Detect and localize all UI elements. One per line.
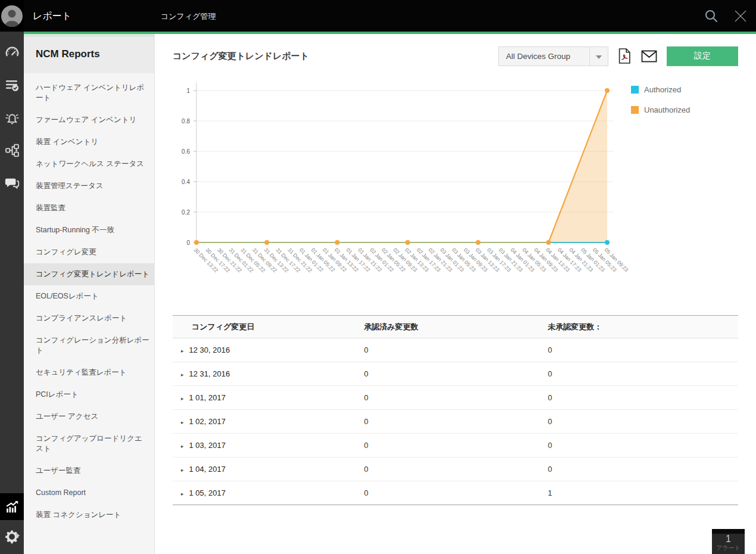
settings-button[interactable]: 設定 — [667, 46, 738, 66]
approved-count: 0 — [360, 457, 543, 481]
topology-icon[interactable] — [0, 134, 24, 167]
sidebar-item[interactable]: PCIレポート — [24, 384, 154, 406]
config-change-date: 12 31, 2016 — [189, 369, 230, 378]
email-icon[interactable] — [641, 50, 657, 63]
sidebar-item[interactable]: EOL/EOSレポート — [24, 285, 154, 307]
search-icon[interactable] — [704, 8, 719, 24]
unapproved-count: 0 — [543, 457, 738, 481]
table-row[interactable]: ▸1 03, 201700 — [173, 434, 738, 457]
row-expand-icon[interactable]: ▸ — [181, 396, 184, 402]
alert-label: アラート — [712, 544, 745, 552]
legend-item[interactable]: Unauthorized — [631, 105, 690, 114]
config-change-date: 1 05, 2017 — [189, 488, 226, 497]
sidebar: NCM Reports ハードウェア インベントリレポートファームウェア インベ… — [24, 34, 155, 554]
table-row[interactable]: ▸1 05, 201701 — [173, 481, 738, 505]
sidebar-item[interactable]: コンフィグアップロードリクエスト — [24, 428, 154, 460]
svg-text:0.8: 0.8 — [182, 118, 190, 125]
svg-text:0: 0 — [186, 239, 190, 246]
col-approved-changes: 承認済み変更数 — [360, 316, 543, 338]
table-row[interactable]: ▸1 01, 201700 — [173, 386, 738, 410]
approved-count: 0 — [360, 386, 543, 410]
icon-rail — [0, 0, 24, 554]
close-icon[interactable] — [733, 8, 748, 24]
svg-text:1: 1 — [186, 88, 190, 94]
approved-count: 0 — [360, 338, 543, 362]
config-change-date: 1 03, 2017 — [189, 441, 226, 450]
legend-label: Authorized — [644, 85, 681, 94]
sidebar-item[interactable]: Custom Report — [24, 482, 154, 504]
table-row[interactable]: ▸1 04, 201700 — [173, 457, 738, 481]
inventory-list-icon[interactable] — [0, 69, 24, 101]
table-row[interactable]: ▸1 02, 201700 — [173, 410, 738, 434]
unapproved-count: 0 — [543, 338, 738, 362]
legend-label: Unauthorized — [644, 105, 690, 114]
table-row[interactable]: ▸12 31, 201600 — [173, 362, 738, 386]
config-change-date: 1 02, 2017 — [189, 417, 226, 426]
unapproved-count: 0 — [543, 410, 738, 434]
sidebar-title: NCM Reports — [24, 34, 154, 73]
sidebar-item[interactable]: コンフィグレ変更 — [24, 241, 154, 263]
chevron-down-icon — [596, 55, 602, 59]
row-expand-icon[interactable]: ▸ — [181, 372, 184, 378]
sidebar-item[interactable]: ユーザー アクセス — [24, 406, 154, 428]
sidebar-item[interactable]: コンプライアンスレポート — [24, 307, 154, 329]
alarm-bell-icon[interactable] — [0, 101, 24, 134]
alert-badge-handle — [712, 529, 745, 534]
device-group-select[interactable]: All Devices Group — [498, 46, 608, 66]
legend-item[interactable]: Authorized — [631, 85, 690, 94]
select-divider — [589, 47, 590, 66]
approved-count: 0 — [360, 434, 543, 457]
col-config-change-date: コンフィグ変更日 — [173, 316, 360, 338]
sidebar-item[interactable]: セキュリティ監査レポート — [24, 362, 154, 384]
row-expand-icon[interactable]: ▸ — [181, 443, 184, 449]
approved-count: 0 — [360, 410, 543, 434]
sidebar-item[interactable]: Startup-Running 不一致 — [24, 219, 154, 241]
row-expand-icon[interactable]: ▸ — [181, 348, 184, 354]
legend-swatch-icon — [631, 86, 639, 94]
reports-chart-icon[interactable] — [0, 493, 24, 520]
settings-gear-icon[interactable] — [0, 520, 24, 553]
legend-swatch-icon — [631, 106, 639, 114]
approved-count: 0 — [360, 362, 543, 386]
trend-chart-section: 00.20.40.60.8130 Dec 13:2230 Dec 17:2230… — [173, 70, 738, 303]
svg-text:0.4: 0.4 — [182, 179, 190, 185]
sidebar-item[interactable]: コンフィグレーション分析レポート — [24, 329, 154, 362]
config-change-date: 1 04, 2017 — [189, 465, 226, 474]
table-header-row: コンフィグ変更日 承認済み変更数 未承認変更数： — [173, 316, 738, 338]
chat-icon[interactable] — [0, 167, 24, 200]
page-title: コンフィグ変更トレンドレポート — [173, 51, 309, 62]
sidebar-top-accent — [24, 34, 155, 37]
sidebar-item[interactable]: コンフィグ変更トレンドレポート — [24, 263, 154, 285]
alert-badge[interactable]: 1 アラート — [712, 529, 745, 554]
sidebar-item[interactable]: 装置 インベントリ — [24, 131, 154, 153]
user-avatar[interactable] — [0, 0, 24, 32]
topbar: レポート コンフィグ管理 — [0, 0, 756, 33]
device-group-value: All Devices Group — [506, 52, 570, 61]
sidebar-item[interactable]: ネットワークヘルス ステータス — [24, 153, 154, 175]
row-expand-icon[interactable]: ▸ — [181, 467, 184, 473]
trend-table: コンフィグ変更日 承認済み変更数 未承認変更数： ▸12 30, 201600▸… — [173, 315, 738, 505]
sidebar-item[interactable]: 装置管理ステータス — [24, 175, 154, 197]
sidebar-nav: ハードウェア インベントリレポートファームウェア インベントリ装置 インベントリ… — [24, 73, 154, 526]
trend-chart: 00.20.40.60.8130 Dec 13:2230 Dec 17:2230… — [173, 70, 637, 287]
dashboard-icon[interactable] — [0, 36, 24, 69]
unapproved-count: 0 — [543, 386, 738, 410]
tab-reports[interactable]: レポート — [33, 10, 71, 23]
sidebar-item[interactable]: ハードウェア インベントリレポート — [24, 77, 154, 109]
sidebar-item[interactable]: 装置監査 — [24, 197, 154, 219]
unapproved-count: 0 — [543, 434, 738, 457]
alert-count: 1 — [712, 534, 745, 544]
trend-table-body: ▸12 30, 201600▸12 31, 201600▸1 01, 20170… — [173, 338, 738, 505]
table-row[interactable]: ▸12 30, 201600 — [173, 338, 738, 362]
settings-submenu-caret — [17, 533, 22, 538]
row-expand-icon[interactable]: ▸ — [181, 419, 184, 425]
sidebar-item[interactable]: 装置 コネクションレート — [24, 504, 154, 526]
unapproved-count: 0 — [543, 362, 738, 386]
tab-config-management[interactable]: コンフィグ管理 — [161, 11, 216, 22]
sidebar-item[interactable]: ユーザー監査 — [24, 460, 154, 482]
config-change-date: 12 30, 2016 — [189, 346, 230, 354]
sidebar-item[interactable]: ファームウェア インベントリ — [24, 109, 154, 131]
unapproved-count: 1 — [543, 481, 738, 505]
row-expand-icon[interactable]: ▸ — [181, 491, 184, 497]
export-pdf-icon[interactable] — [618, 48, 632, 64]
